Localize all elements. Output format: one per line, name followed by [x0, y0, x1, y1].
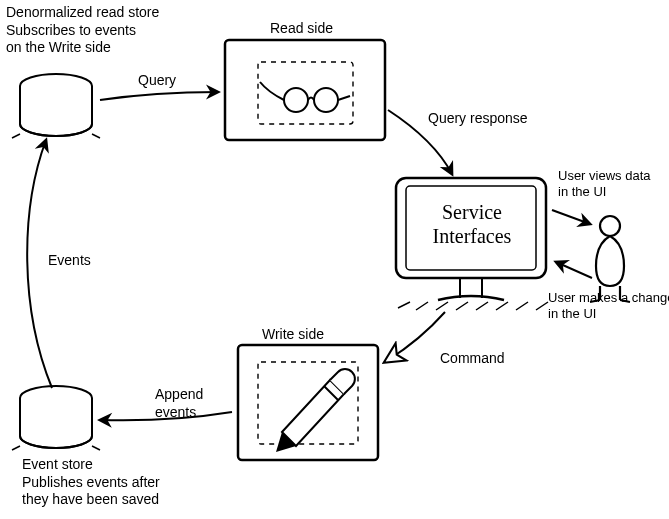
read-side-box [225, 40, 385, 140]
read-side-title: Read side [270, 20, 333, 38]
event-store-cylinder [12, 386, 100, 450]
write-side-title: Write side [262, 326, 324, 344]
user-views-label: User views data in the UI [558, 168, 650, 201]
edge-command [388, 312, 445, 360]
svg-rect-2 [225, 40, 385, 140]
edge-command-label: Command [440, 350, 505, 368]
denorm-store-caption: Denormalized read store Subscribes to ev… [6, 4, 159, 57]
event-store-caption: Event store Publishes events after they … [22, 456, 160, 509]
user-changes-label: User makes a change in the UI [548, 290, 669, 323]
edge-user-changes [556, 262, 592, 278]
edge-query-label: Query [138, 72, 176, 90]
write-side-box [238, 345, 378, 460]
monitor-label: Service Interfaces [412, 200, 532, 248]
edge-events-label: Events [48, 252, 91, 270]
edge-user-views [552, 210, 590, 224]
diagram-svg [0, 0, 669, 519]
svg-point-10 [600, 216, 620, 236]
edge-query [100, 92, 218, 100]
denorm-store-cylinder [12, 74, 100, 138]
edge-query-response-label: Query response [428, 110, 528, 128]
diagram-canvas: Denormalized read store Subscribes to ev… [0, 0, 669, 519]
edge-append-events-label: Append events [155, 386, 203, 421]
